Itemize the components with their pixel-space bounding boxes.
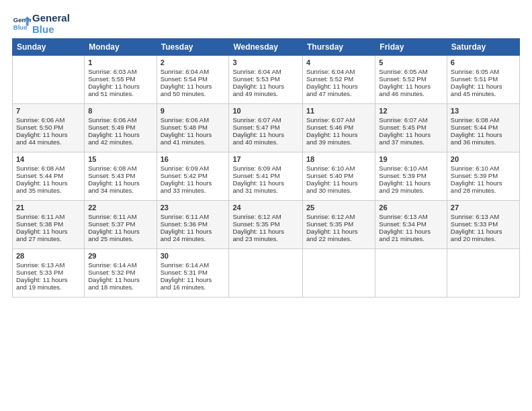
header-row: SundayMondayTuesdayWednesdayThursdayFrid… [13, 38, 520, 55]
day-info-line: Sunrise: 6:12 AM [232, 213, 299, 220]
calendar-cell: 29Sunrise: 6:14 AMSunset: 5:32 PMDayligh… [85, 248, 157, 297]
day-number: 4 [306, 58, 371, 66]
day-info-line: Sunset: 5:44 PM [451, 124, 516, 131]
day-info-line: and 36 minutes. [451, 138, 516, 146]
day-info-line: Sunrise: 6:07 AM [306, 116, 371, 124]
week-row-5: 28Sunrise: 6:13 AMSunset: 5:33 PMDayligh… [13, 248, 520, 297]
day-info-line: and 27 minutes. [16, 235, 81, 242]
day-info-line: Daylight: 11 hours [16, 131, 81, 138]
day-header-monday: Monday [85, 38, 157, 55]
calendar-cell: 30Sunrise: 6:14 AMSunset: 5:31 PMDayligh… [157, 248, 229, 297]
day-number: 7 [16, 107, 81, 115]
day-info-line: Sunrise: 6:11 AM [161, 213, 226, 220]
day-number: 6 [451, 58, 516, 66]
day-info-line: Daylight: 11 hours [16, 276, 81, 283]
calendar-cell: 16Sunrise: 6:09 AMSunset: 5:42 PMDayligh… [157, 152, 229, 200]
day-info-line: Sunrise: 6:06 AM [16, 116, 81, 124]
day-info-line: Daylight: 11 hours [161, 131, 226, 138]
day-info-line: and 20 minutes. [451, 235, 516, 242]
day-info-line: Daylight: 11 hours [306, 179, 371, 187]
day-number: 14 [16, 155, 81, 163]
logo-text-blue: Blue [32, 24, 70, 35]
day-header-tuesday: Tuesday [157, 38, 229, 55]
day-number: 20 [451, 155, 516, 163]
day-info-line: and 49 minutes. [232, 90, 299, 97]
day-info-line: Sunrise: 6:11 AM [88, 213, 152, 220]
day-header-wednesday: Wednesday [229, 38, 303, 55]
day-info-line: Sunrise: 6:06 AM [88, 116, 152, 124]
day-info-line: and 19 minutes. [16, 283, 81, 291]
calendar-cell: 11Sunrise: 6:07 AMSunset: 5:46 PMDayligh… [303, 103, 375, 152]
calendar-table: SundayMondayTuesdayWednesdayThursdayFrid… [12, 38, 520, 298]
day-info-line: and 47 minutes. [306, 90, 371, 97]
day-info-line: Daylight: 11 hours [306, 83, 371, 90]
day-info-line: and 44 minutes. [16, 138, 81, 146]
day-info-line: Daylight: 11 hours [379, 228, 443, 235]
day-info-line: Sunset: 5:32 PM [88, 269, 152, 276]
day-info-line: Daylight: 11 hours [16, 228, 81, 235]
day-info-line: Sunset: 5:31 PM [161, 269, 226, 276]
day-info-line: Sunset: 5:39 PM [451, 172, 516, 179]
day-number: 2 [161, 58, 226, 66]
calendar-cell: 4Sunrise: 6:04 AMSunset: 5:52 PMDaylight… [303, 55, 375, 103]
day-info-line: Sunrise: 6:10 AM [451, 165, 516, 172]
day-info-line: and 29 minutes. [379, 187, 443, 194]
day-info-line: Sunset: 5:46 PM [306, 124, 371, 131]
calendar-cell: 28Sunrise: 6:13 AMSunset: 5:33 PMDayligh… [13, 248, 85, 297]
day-info-line: Sunset: 5:35 PM [306, 220, 371, 228]
day-info-line: and 35 minutes. [16, 187, 81, 194]
day-number: 1 [88, 58, 152, 66]
day-number: 18 [306, 155, 371, 163]
calendar-cell: 24Sunrise: 6:12 AMSunset: 5:35 PMDayligh… [229, 200, 303, 248]
day-info-line: Sunset: 5:34 PM [379, 220, 443, 228]
day-number: 24 [232, 203, 299, 212]
calendar-cell: 6Sunrise: 6:05 AMSunset: 5:51 PMDaylight… [447, 55, 519, 103]
day-info-line: Sunrise: 6:07 AM [232, 116, 299, 124]
day-info-line: Sunrise: 6:05 AM [451, 68, 516, 75]
day-info-line: Daylight: 11 hours [306, 131, 371, 138]
calendar-cell: 2Sunrise: 6:04 AMSunset: 5:54 PMDaylight… [157, 55, 229, 103]
day-info-line: Sunset: 5:38 PM [16, 220, 81, 228]
logo: General Blue General Blue [12, 12, 70, 36]
day-info-line: and 41 minutes. [161, 138, 226, 146]
calendar-cell: 12Sunrise: 6:07 AMSunset: 5:45 PMDayligh… [375, 103, 447, 152]
day-info-line: Sunset: 5:45 PM [379, 124, 443, 131]
day-info-line: Sunrise: 6:04 AM [232, 68, 299, 75]
day-info-line: Sunrise: 6:05 AM [379, 68, 443, 75]
day-info-line: Sunset: 5:41 PM [232, 172, 299, 179]
day-info-line: Daylight: 11 hours [88, 228, 152, 235]
day-info-line: Daylight: 11 hours [451, 179, 516, 187]
day-info-line: Sunrise: 6:08 AM [451, 116, 516, 124]
day-info-line: Sunrise: 6:13 AM [379, 213, 443, 220]
day-info-line: Daylight: 11 hours [451, 83, 516, 90]
calendar-cell [229, 248, 303, 297]
day-info-line: and 25 minutes. [88, 235, 152, 242]
day-number: 10 [232, 107, 299, 115]
day-info-line: Sunset: 5:43 PM [88, 172, 152, 179]
day-info-line: Sunrise: 6:04 AM [161, 68, 226, 75]
day-number: 21 [16, 203, 81, 212]
week-row-3: 14Sunrise: 6:08 AMSunset: 5:44 PMDayligh… [13, 152, 520, 200]
calendar-cell: 27Sunrise: 6:13 AMSunset: 5:33 PMDayligh… [447, 200, 519, 248]
day-info-line: Sunset: 5:47 PM [232, 124, 299, 131]
day-header-thursday: Thursday [303, 38, 375, 55]
calendar-cell: 26Sunrise: 6:13 AMSunset: 5:34 PMDayligh… [375, 200, 447, 248]
day-info-line: and 51 minutes. [88, 90, 152, 97]
day-info-line: Sunrise: 6:14 AM [88, 261, 152, 269]
day-info-line: and 22 minutes. [306, 235, 371, 242]
calendar-cell: 3Sunrise: 6:04 AMSunset: 5:53 PMDaylight… [229, 55, 303, 103]
day-info-line: and 33 minutes. [161, 187, 226, 194]
calendar-cell: 7Sunrise: 6:06 AMSunset: 5:50 PMDaylight… [13, 103, 85, 152]
day-info-line: Sunset: 5:48 PM [161, 124, 226, 131]
day-number: 25 [306, 203, 371, 212]
day-info-line: Sunrise: 6:09 AM [161, 165, 226, 172]
day-info-line: Daylight: 11 hours [161, 179, 226, 187]
day-number: 29 [88, 252, 152, 260]
day-info-line: Daylight: 11 hours [451, 131, 516, 138]
calendar-cell [375, 248, 447, 297]
day-info-line: Sunset: 5:52 PM [379, 75, 443, 83]
day-info-line: Sunset: 5:55 PM [88, 75, 152, 83]
day-info-line: Daylight: 11 hours [161, 228, 226, 235]
day-info-line: and 40 minutes. [232, 138, 299, 146]
calendar-cell: 8Sunrise: 6:06 AMSunset: 5:49 PMDaylight… [85, 103, 157, 152]
